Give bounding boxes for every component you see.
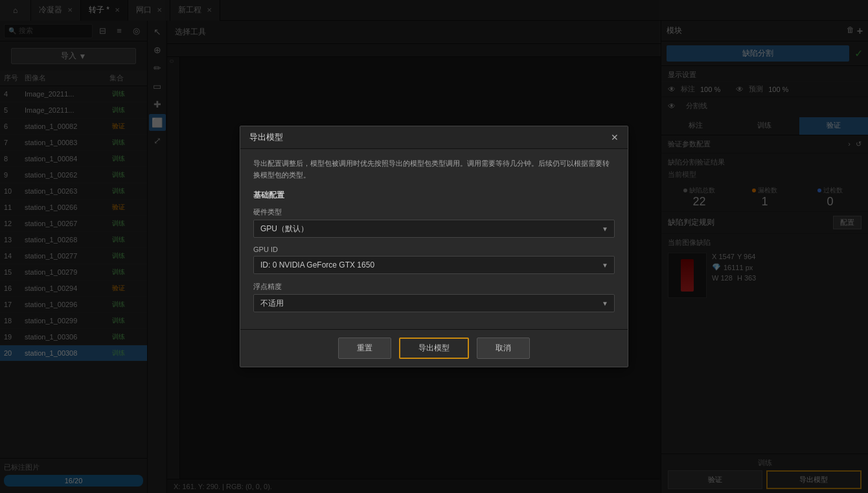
modal-close-button[interactable]: ✕ bbox=[611, 132, 619, 143]
modal-overlay[interactable]: 导出模型 ✕ 导出配置调整后，模型包被调用时优先按照导出的模型包类型调用。调用需… bbox=[0, 0, 868, 493]
hardware-form-row: 硬件类型 GPU（默认） CPU bbox=[253, 207, 615, 238]
export-modal: 导出模型 ✕ 导出配置调整后，模型包被调用时优先按照导出的模型包类型调用。调用需… bbox=[240, 126, 628, 367]
cancel-button[interactable]: 取消 bbox=[477, 338, 530, 359]
gpu-id-form-row: GPU ID ID: 0 NVIDIA GeForce GTX 1650 bbox=[253, 246, 615, 274]
modal-title: 导出模型 bbox=[249, 132, 283, 143]
gpu-id-select[interactable]: ID: 0 NVIDIA GeForce GTX 1650 bbox=[253, 256, 615, 274]
modal-header: 导出模型 ✕ bbox=[240, 126, 628, 149]
hardware-select[interactable]: GPU（默认） CPU bbox=[253, 220, 615, 238]
hardware-label: 硬件类型 bbox=[253, 207, 615, 217]
float-precision-label: 浮点精度 bbox=[253, 282, 615, 292]
float-precision-form-row: 浮点精度 不适用 FP16 FP32 bbox=[253, 282, 615, 312]
gpu-id-label: GPU ID bbox=[253, 246, 615, 253]
modal-export-button[interactable]: 导出模型 bbox=[399, 338, 469, 359]
modal-description: 导出配置调整后，模型包被调用时优先按照导出的模型包类型调用。调用需要等待几分钟。… bbox=[253, 158, 615, 181]
basic-config-title: 基础配置 bbox=[253, 190, 615, 201]
float-precision-select[interactable]: 不适用 FP16 FP32 bbox=[253, 294, 615, 312]
float-precision-select-wrapper: 不适用 FP16 FP32 bbox=[253, 294, 615, 312]
hardware-select-wrapper: GPU（默认） CPU bbox=[253, 220, 615, 238]
modal-body: 导出配置调整后，模型包被调用时优先按照导出的模型包类型调用。调用需要等待几分钟。… bbox=[240, 149, 628, 329]
gpu-id-select-wrapper: ID: 0 NVIDIA GeForce GTX 1650 bbox=[253, 256, 615, 274]
reset-button[interactable]: 重置 bbox=[338, 338, 391, 359]
modal-footer: 重置 导出模型 取消 bbox=[240, 329, 628, 367]
